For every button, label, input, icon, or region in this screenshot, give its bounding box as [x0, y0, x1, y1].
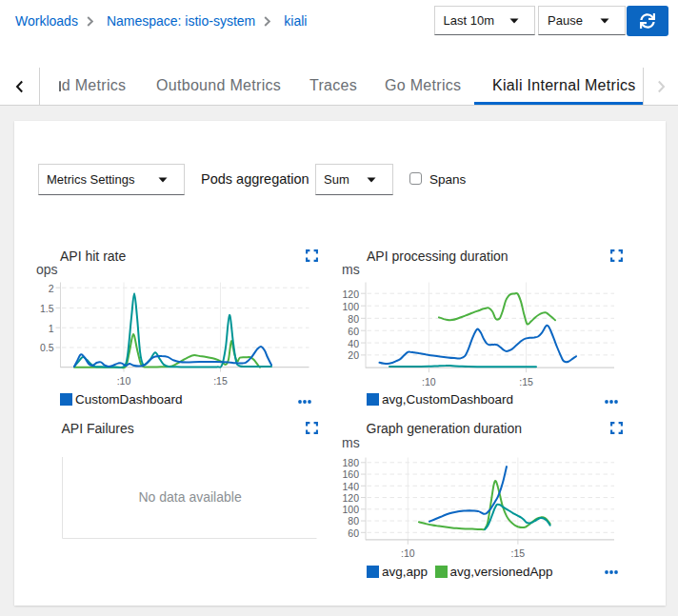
svg-text:1.5: 1.5	[40, 303, 54, 314]
svg-text:60: 60	[348, 527, 359, 539]
svg-text:180: 180	[342, 457, 359, 468]
svg-text:100: 100	[342, 504, 359, 515]
svg-text:2: 2	[49, 283, 54, 294]
svg-text::15: :15	[213, 375, 228, 387]
svg-text:0.5: 0.5	[40, 342, 54, 353]
svg-text:40: 40	[348, 338, 359, 349]
svg-text:120: 120	[342, 492, 359, 504]
svg-text:80: 80	[348, 515, 359, 527]
svg-text:20: 20	[348, 349, 359, 361]
svg-text::10: :10	[401, 547, 415, 559]
svg-text:60: 60	[348, 326, 359, 337]
svg-text:1: 1	[49, 323, 54, 334]
svg-text::15: :15	[511, 547, 526, 559]
svg-text:100: 100	[342, 301, 359, 312]
svg-text:160: 160	[342, 468, 359, 480]
svg-text::10: :10	[422, 376, 436, 387]
svg-text::10: :10	[117, 375, 131, 387]
svg-text:80: 80	[348, 313, 359, 325]
svg-text:140: 140	[342, 481, 359, 492]
svg-text:120: 120	[342, 288, 359, 300]
svg-text::15: :15	[519, 376, 533, 387]
